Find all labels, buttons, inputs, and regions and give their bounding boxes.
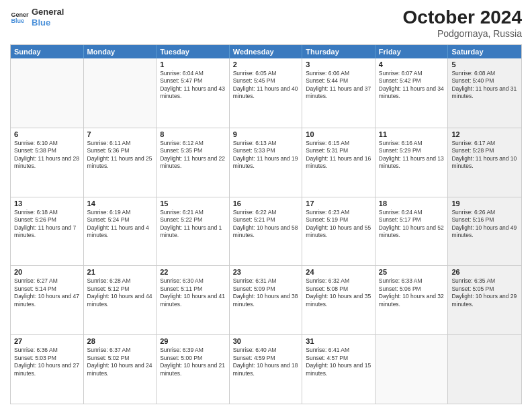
day-number: 6 — [14, 130, 80, 138]
calendar-day-cell: 21Sunrise: 6:28 AM Sunset: 5:12 PM Dayli… — [84, 266, 157, 334]
weekday-header: Saturday — [448, 45, 521, 58]
calendar-day-cell: 23Sunrise: 6:31 AM Sunset: 5:09 PM Dayli… — [230, 266, 303, 334]
day-info: Sunrise: 6:33 AM Sunset: 5:06 PM Dayligh… — [379, 277, 445, 308]
day-number: 12 — [451, 130, 518, 138]
calendar-day-cell: 30Sunrise: 6:40 AM Sunset: 4:59 PM Dayli… — [230, 335, 303, 404]
logo: General Blue General Blue — [10, 7, 64, 28]
calendar-day-cell: 19Sunrise: 6:26 AM Sunset: 5:16 PM Dayli… — [448, 197, 521, 266]
day-info: Sunrise: 6:28 AM Sunset: 5:12 PM Dayligh… — [87, 277, 153, 308]
day-number: 30 — [233, 337, 299, 345]
calendar-day-cell: 28Sunrise: 6:37 AM Sunset: 5:02 PM Dayli… — [84, 335, 157, 404]
svg-text:Blue: Blue — [11, 17, 24, 24]
day-info: Sunrise: 6:40 AM Sunset: 4:59 PM Dayligh… — [233, 347, 299, 377]
day-info: Sunrise: 6:35 AM Sunset: 5:05 PM Dayligh… — [451, 277, 518, 308]
calendar-day-cell: 24Sunrise: 6:32 AM Sunset: 5:08 PM Dayli… — [302, 266, 375, 334]
day-number: 9 — [233, 130, 299, 138]
calendar-day-cell: 1Sunrise: 6:04 AM Sunset: 5:47 PM Daylig… — [157, 58, 230, 128]
calendar-day-cell — [84, 58, 157, 128]
svg-text:General: General — [11, 11, 29, 17]
calendar-day-cell: 14Sunrise: 6:19 AM Sunset: 5:24 PM Dayli… — [84, 197, 157, 266]
calendar-week: 27Sunrise: 6:36 AM Sunset: 5:03 PM Dayli… — [11, 334, 521, 404]
weekday-header: Sunday — [11, 45, 84, 58]
day-info: Sunrise: 6:32 AM Sunset: 5:08 PM Dayligh… — [306, 277, 371, 308]
day-info: Sunrise: 6:30 AM Sunset: 5:11 PM Dayligh… — [160, 277, 226, 308]
day-number: 31 — [306, 337, 371, 345]
day-number: 13 — [14, 199, 80, 208]
day-info: Sunrise: 6:11 AM Sunset: 5:36 PM Dayligh… — [87, 140, 153, 171]
day-number: 22 — [160, 268, 226, 276]
day-number: 19 — [451, 199, 518, 208]
day-number: 29 — [160, 337, 226, 345]
calendar-day-cell: 26Sunrise: 6:35 AM Sunset: 5:05 PM Dayli… — [448, 266, 521, 334]
day-number: 28 — [87, 337, 153, 345]
weekday-header: Wednesday — [230, 45, 303, 58]
logo-icon: General Blue — [10, 8, 29, 27]
day-info: Sunrise: 6:31 AM Sunset: 5:09 PM Dayligh… — [233, 277, 299, 308]
location: Podgornaya, Russia — [403, 28, 522, 39]
calendar-day-cell: 9Sunrise: 6:13 AM Sunset: 5:33 PM Daylig… — [230, 128, 303, 197]
day-number: 1 — [160, 60, 226, 68]
day-number: 4 — [379, 60, 445, 68]
calendar-day-cell: 3Sunrise: 6:06 AM Sunset: 5:44 PM Daylig… — [302, 58, 375, 128]
calendar-day-cell: 5Sunrise: 6:08 AM Sunset: 5:40 PM Daylig… — [448, 58, 521, 128]
calendar: SundayMondayTuesdayWednesdayThursdayFrid… — [10, 44, 522, 404]
day-info: Sunrise: 6:10 AM Sunset: 5:38 PM Dayligh… — [14, 140, 80, 171]
calendar-day-cell: 6Sunrise: 6:10 AM Sunset: 5:38 PM Daylig… — [11, 128, 84, 197]
day-info: Sunrise: 6:18 AM Sunset: 5:26 PM Dayligh… — [14, 209, 80, 240]
day-number: 3 — [306, 60, 371, 68]
day-number: 23 — [233, 268, 299, 276]
day-number: 27 — [14, 337, 80, 345]
calendar-day-cell: 12Sunrise: 6:17 AM Sunset: 5:28 PM Dayli… — [448, 128, 521, 197]
calendar-day-cell: 7Sunrise: 6:11 AM Sunset: 5:36 PM Daylig… — [84, 128, 157, 197]
calendar-body: 1Sunrise: 6:04 AM Sunset: 5:47 PM Daylig… — [11, 58, 521, 404]
calendar-day-cell: 29Sunrise: 6:39 AM Sunset: 5:00 PM Dayli… — [157, 335, 230, 404]
weekday-header: Thursday — [302, 45, 375, 58]
calendar-day-cell: 11Sunrise: 6:16 AM Sunset: 5:29 PM Dayli… — [375, 128, 449, 197]
day-info: Sunrise: 6:08 AM Sunset: 5:40 PM Dayligh… — [451, 70, 518, 101]
day-info: Sunrise: 6:12 AM Sunset: 5:35 PM Dayligh… — [160, 140, 226, 171]
day-number: 17 — [306, 199, 371, 208]
day-number: 26 — [451, 268, 518, 276]
title-block: October 2024 Podgornaya, Russia — [403, 7, 522, 39]
calendar-day-cell — [375, 335, 449, 404]
day-number: 18 — [379, 199, 445, 208]
day-number: 21 — [87, 268, 153, 276]
calendar-day-cell: 10Sunrise: 6:15 AM Sunset: 5:31 PM Dayli… — [302, 128, 375, 197]
day-number: 14 — [87, 199, 153, 208]
calendar-day-cell — [11, 58, 84, 128]
day-info: Sunrise: 6:16 AM Sunset: 5:29 PM Dayligh… — [379, 140, 445, 171]
calendar-week: 6Sunrise: 6:10 AM Sunset: 5:38 PM Daylig… — [11, 128, 521, 197]
calendar-day-cell: 8Sunrise: 6:12 AM Sunset: 5:35 PM Daylig… — [157, 128, 230, 197]
day-number: 11 — [379, 130, 445, 138]
day-info: Sunrise: 6:23 AM Sunset: 5:19 PM Dayligh… — [306, 209, 371, 240]
calendar-week: 20Sunrise: 6:27 AM Sunset: 5:14 PM Dayli… — [11, 265, 521, 334]
month-title: October 2024 — [403, 7, 522, 28]
day-info: Sunrise: 6:04 AM Sunset: 5:47 PM Dayligh… — [160, 70, 226, 101]
day-info: Sunrise: 6:19 AM Sunset: 5:24 PM Dayligh… — [87, 209, 153, 240]
day-number: 8 — [160, 130, 226, 138]
calendar-header: SundayMondayTuesdayWednesdayThursdayFrid… — [11, 45, 521, 58]
calendar-day-cell: 18Sunrise: 6:24 AM Sunset: 5:17 PM Dayli… — [375, 197, 449, 266]
calendar-day-cell: 31Sunrise: 6:41 AM Sunset: 4:57 PM Dayli… — [302, 335, 375, 404]
day-number: 10 — [306, 130, 371, 138]
day-info: Sunrise: 6:36 AM Sunset: 5:03 PM Dayligh… — [14, 347, 80, 377]
calendar-day-cell: 27Sunrise: 6:36 AM Sunset: 5:03 PM Dayli… — [11, 335, 84, 404]
day-info: Sunrise: 6:13 AM Sunset: 5:33 PM Dayligh… — [233, 140, 299, 171]
day-info: Sunrise: 6:06 AM Sunset: 5:44 PM Dayligh… — [306, 70, 371, 101]
day-info: Sunrise: 6:15 AM Sunset: 5:31 PM Dayligh… — [306, 140, 371, 171]
day-number: 5 — [451, 60, 518, 68]
calendar-day-cell: 13Sunrise: 6:18 AM Sunset: 5:26 PM Dayli… — [11, 197, 84, 266]
weekday-header: Tuesday — [157, 45, 230, 58]
calendar-week: 13Sunrise: 6:18 AM Sunset: 5:26 PM Dayli… — [11, 197, 521, 266]
page-header: General Blue General Blue October 2024 P… — [10, 7, 522, 39]
calendar-day-cell: 2Sunrise: 6:05 AM Sunset: 5:45 PM Daylig… — [230, 58, 303, 128]
day-number: 20 — [14, 268, 80, 276]
day-info: Sunrise: 6:07 AM Sunset: 5:42 PM Dayligh… — [379, 70, 445, 101]
day-number: 25 — [379, 268, 445, 276]
day-number: 2 — [233, 60, 299, 68]
logo-general: General — [32, 7, 64, 17]
calendar-day-cell: 17Sunrise: 6:23 AM Sunset: 5:19 PM Dayli… — [302, 197, 375, 266]
weekday-header: Friday — [375, 45, 449, 58]
day-info: Sunrise: 6:37 AM Sunset: 5:02 PM Dayligh… — [87, 347, 153, 377]
day-number: 7 — [87, 130, 153, 138]
